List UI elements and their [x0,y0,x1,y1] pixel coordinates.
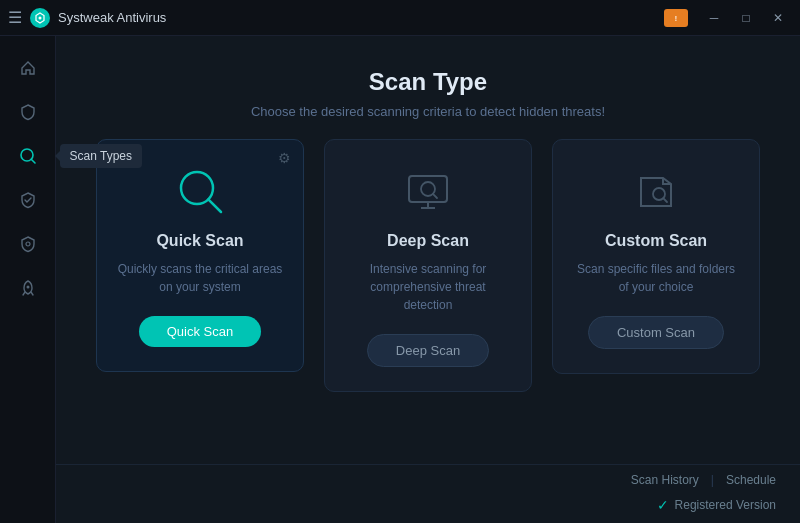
page-header: Scan Type Choose the desired scanning cr… [56,36,800,139]
title-bar: ☰ Systweak Antivirus ! ─ □ ✕ [0,0,800,36]
svg-line-8 [208,199,221,212]
registered-status: Registered Version [675,498,776,512]
custom-scan-desc: Scan specific files and folders of your … [573,260,739,296]
svg-text:!: ! [675,15,677,22]
schedule-link[interactable]: Schedule [726,473,776,487]
custom-scan-button[interactable]: Custom Scan [588,316,724,349]
app-title: Systweak Antivirus [58,10,166,25]
deep-scan-title: Deep Scan [387,232,469,250]
registered-check-icon: ✓ [657,497,669,513]
minimize-button[interactable]: ─ [700,8,728,28]
svg-point-0 [39,16,42,19]
content-area: Scan Type Choose the desired scanning cr… [56,36,800,523]
svg-line-14 [433,194,437,198]
deep-scan-button[interactable]: Deep Scan [367,334,489,367]
hamburger-icon[interactable]: ☰ [8,8,22,27]
svg-rect-9 [409,176,447,202]
quick-scan-button[interactable]: Quick Scan [139,316,261,347]
custom-scan-title: Custom Scan [605,232,707,250]
quick-scan-card: ⚙ Quick Scan Quickly scans the critical … [96,139,304,372]
gear-icon[interactable]: ⚙ [278,150,291,166]
sidebar: Scan Types [0,36,56,523]
svg-point-6 [26,286,29,289]
footer-links-row: Scan History | Schedule [80,473,776,487]
deep-scan-card: Deep Scan Intensive scanning for compreh… [324,139,532,392]
app-logo [30,8,50,28]
maximize-button[interactable]: □ [732,8,760,28]
quick-scan-icon [173,164,227,218]
notification-icon[interactable]: ! [664,9,688,27]
svg-point-5 [26,242,30,246]
sidebar-item-protection[interactable] [8,92,48,132]
deep-scan-desc: Intensive scanning for comprehensive thr… [345,260,511,314]
footer-area: Scan History | Schedule ✓ Registered Ver… [56,464,800,523]
main-layout: Scan Types [0,36,800,523]
quick-scan-title: Quick Scan [156,232,243,250]
footer-status: ✓ Registered Version [80,491,776,513]
sidebar-item-results[interactable] [8,180,48,220]
scan-cards-container: ⚙ Quick Scan Quickly scans the critical … [56,139,800,464]
sidebar-item-scan[interactable]: Scan Types [8,136,48,176]
svg-line-16 [663,198,667,202]
quick-scan-desc: Quickly scans the critical areas on your… [117,260,283,296]
deep-scan-icon [401,164,455,218]
custom-scan-card: Custom Scan Scan specific files and fold… [552,139,760,374]
scan-history-link[interactable]: Scan History [631,473,699,487]
close-button[interactable]: ✕ [764,8,792,28]
svg-line-4 [31,159,35,163]
title-bar-left: ☰ Systweak Antivirus [8,8,664,28]
sidebar-item-home[interactable] [8,48,48,88]
title-bar-controls: ! ─ □ ✕ [664,8,792,28]
page-title: Scan Type [76,68,780,96]
sidebar-item-optimizer[interactable] [8,268,48,308]
custom-scan-icon [629,164,683,218]
sidebar-item-vpn[interactable] [8,224,48,264]
page-subtitle: Choose the desired scanning criteria to … [76,104,780,119]
footer-divider: | [711,473,714,487]
